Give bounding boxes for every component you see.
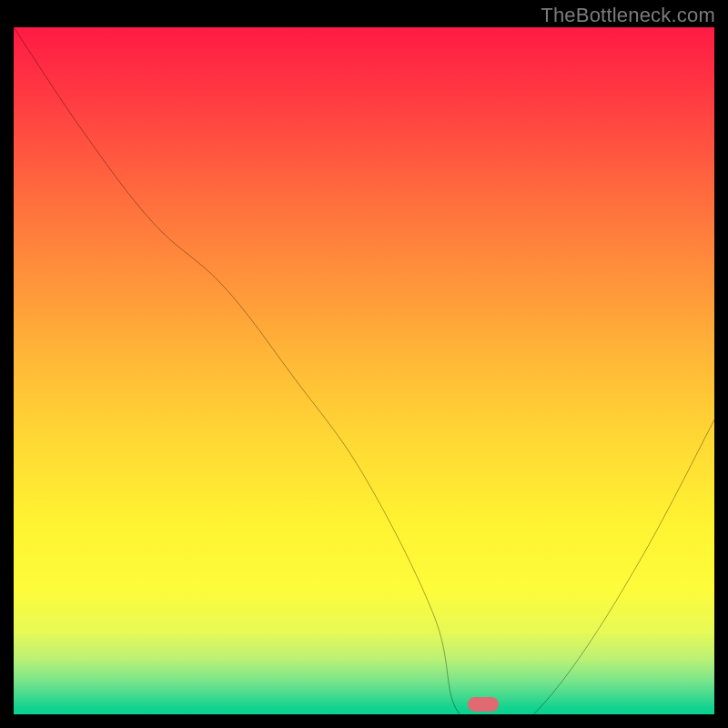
bottleneck-chart: [14, 27, 714, 714]
chart-curve: [14, 27, 714, 728]
optimal-marker: [468, 697, 499, 712]
watermark-text: TheBottleneck.com: [541, 4, 715, 27]
